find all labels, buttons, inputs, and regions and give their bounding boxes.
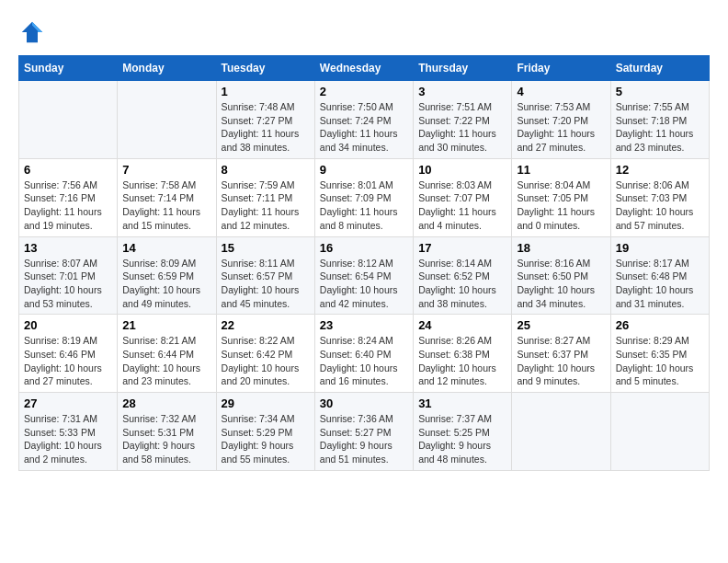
calendar-cell: 6Sunrise: 7:56 AM Sunset: 7:16 PM Daylig… [19,158,118,236]
calendar-cell: 24Sunrise: 8:26 AM Sunset: 6:38 PM Dayli… [414,315,512,393]
page-header [18,18,710,46]
day-number: 25 [517,318,605,332]
logo [18,18,50,46]
calendar-cell: 29Sunrise: 7:34 AM Sunset: 5:29 PM Dayli… [216,393,314,471]
calendar-cell: 26Sunrise: 8:29 AM Sunset: 6:35 PM Dayli… [610,315,709,393]
weekday-header-saturday: Saturday [610,56,709,81]
calendar-week-row: 20Sunrise: 8:19 AM Sunset: 6:46 PM Dayli… [19,315,710,393]
day-number: 6 [24,163,112,177]
day-number: 20 [24,318,112,332]
day-info: Sunrise: 8:19 AM Sunset: 6:46 PM Dayligh… [24,334,112,388]
day-number: 28 [122,396,210,410]
calendar-cell: 10Sunrise: 8:03 AM Sunset: 7:07 PM Dayli… [414,158,512,236]
calendar-cell: 20Sunrise: 8:19 AM Sunset: 6:46 PM Dayli… [19,315,118,393]
day-number: 5 [616,85,704,98]
day-number: 19 [616,241,704,255]
calendar-cell: 31Sunrise: 7:37 AM Sunset: 5:25 PM Dayli… [414,393,512,471]
day-number: 16 [320,241,408,255]
day-info: Sunrise: 8:26 AM Sunset: 6:38 PM Dayligh… [418,334,506,388]
day-number: 18 [517,241,605,255]
day-info: Sunrise: 7:55 AM Sunset: 7:18 PM Dayligh… [616,100,704,155]
day-info: Sunrise: 8:11 AM Sunset: 6:57 PM Dayligh… [222,257,310,311]
day-info: Sunrise: 8:12 AM Sunset: 6:54 PM Dayligh… [320,257,408,311]
day-info: Sunrise: 7:59 AM Sunset: 7:11 PM Dayligh… [222,178,310,233]
day-info: Sunrise: 8:17 AM Sunset: 6:48 PM Dayligh… [616,257,704,311]
calendar-cell: 5Sunrise: 7:55 AM Sunset: 7:18 PM Daylig… [610,81,709,159]
day-number: 17 [418,241,506,255]
calendar-table: SundayMondayTuesdayWednesdayThursdayFrid… [18,55,710,471]
calendar-cell: 25Sunrise: 8:27 AM Sunset: 6:37 PM Dayli… [512,315,610,393]
weekday-header-row: SundayMondayTuesdayWednesdayThursdayFrid… [19,56,710,81]
weekday-header-monday: Monday [118,56,216,81]
calendar-cell: 7Sunrise: 7:58 AM Sunset: 7:14 PM Daylig… [118,158,216,236]
calendar-cell [512,393,610,471]
weekday-header-thursday: Thursday [414,56,512,81]
calendar-cell: 23Sunrise: 8:24 AM Sunset: 6:40 PM Dayli… [314,315,413,393]
calendar-week-row: 1Sunrise: 7:48 AM Sunset: 7:27 PM Daylig… [19,81,710,159]
calendar-cell: 27Sunrise: 7:31 AM Sunset: 5:33 PM Dayli… [19,393,118,471]
day-info: Sunrise: 7:31 AM Sunset: 5:33 PM Dayligh… [24,412,112,466]
calendar-cell [118,81,216,159]
calendar-cell: 8Sunrise: 7:59 AM Sunset: 7:11 PM Daylig… [216,158,314,236]
day-number: 30 [320,396,408,410]
day-info: Sunrise: 8:24 AM Sunset: 6:40 PM Dayligh… [320,334,408,388]
day-number: 12 [616,163,704,177]
day-number: 1 [222,85,310,98]
calendar-body: 1Sunrise: 7:48 AM Sunset: 7:27 PM Daylig… [19,81,710,471]
day-number: 15 [222,241,310,255]
day-number: 8 [222,163,310,177]
calendar-cell: 17Sunrise: 8:14 AM Sunset: 6:52 PM Dayli… [414,236,512,315]
day-info: Sunrise: 8:01 AM Sunset: 7:09 PM Dayligh… [320,178,408,233]
calendar-cell: 22Sunrise: 8:22 AM Sunset: 6:42 PM Dayli… [216,315,314,393]
calendar-cell: 11Sunrise: 8:04 AM Sunset: 7:05 PM Dayli… [512,158,610,236]
calendar-cell: 21Sunrise: 8:21 AM Sunset: 6:44 PM Dayli… [118,315,216,393]
calendar-cell: 30Sunrise: 7:36 AM Sunset: 5:27 PM Dayli… [314,393,413,471]
day-info: Sunrise: 8:29 AM Sunset: 6:35 PM Dayligh… [616,334,704,388]
day-info: Sunrise: 8:21 AM Sunset: 6:44 PM Dayligh… [122,334,210,388]
day-info: Sunrise: 7:48 AM Sunset: 7:27 PM Dayligh… [222,100,310,155]
day-info: Sunrise: 7:51 AM Sunset: 7:22 PM Dayligh… [418,100,506,155]
calendar-cell: 19Sunrise: 8:17 AM Sunset: 6:48 PM Dayli… [610,236,709,315]
day-number: 23 [320,318,408,332]
calendar-cell [19,81,118,159]
calendar-cell: 14Sunrise: 8:09 AM Sunset: 6:59 PM Dayli… [118,236,216,315]
calendar-cell: 3Sunrise: 7:51 AM Sunset: 7:22 PM Daylig… [414,81,512,159]
day-number: 4 [517,85,605,98]
day-number: 31 [418,396,506,410]
day-info: Sunrise: 7:36 AM Sunset: 5:27 PM Dayligh… [320,412,408,466]
day-number: 22 [222,318,310,332]
day-info: Sunrise: 7:56 AM Sunset: 7:16 PM Dayligh… [24,178,112,233]
day-number: 2 [320,85,408,98]
calendar-cell: 15Sunrise: 8:11 AM Sunset: 6:57 PM Dayli… [216,236,314,315]
day-number: 9 [320,163,408,177]
day-number: 29 [222,396,310,410]
calendar-cell: 28Sunrise: 7:32 AM Sunset: 5:31 PM Dayli… [118,393,216,471]
day-number: 3 [418,85,506,98]
day-number: 13 [24,241,112,255]
day-number: 21 [122,318,210,332]
calendar-week-row: 27Sunrise: 7:31 AM Sunset: 5:33 PM Dayli… [19,393,710,471]
day-number: 11 [517,163,605,177]
day-info: Sunrise: 8:09 AM Sunset: 6:59 PM Dayligh… [122,257,210,311]
day-info: Sunrise: 7:32 AM Sunset: 5:31 PM Dayligh… [122,412,210,466]
weekday-header-wednesday: Wednesday [314,56,413,81]
day-number: 7 [122,163,210,177]
weekday-header-sunday: Sunday [19,56,118,81]
logo-icon [18,18,46,46]
day-info: Sunrise: 7:50 AM Sunset: 7:24 PM Dayligh… [320,100,408,155]
calendar-week-row: 13Sunrise: 8:07 AM Sunset: 7:01 PM Dayli… [19,236,710,315]
day-info: Sunrise: 8:04 AM Sunset: 7:05 PM Dayligh… [517,178,605,233]
calendar-cell: 9Sunrise: 8:01 AM Sunset: 7:09 PM Daylig… [314,158,413,236]
day-info: Sunrise: 8:27 AM Sunset: 6:37 PM Dayligh… [517,334,605,388]
calendar-cell: 2Sunrise: 7:50 AM Sunset: 7:24 PM Daylig… [314,81,413,159]
weekday-header-friday: Friday [512,56,610,81]
calendar-cell: 18Sunrise: 8:16 AM Sunset: 6:50 PM Dayli… [512,236,610,315]
day-number: 24 [418,318,506,332]
day-info: Sunrise: 7:58 AM Sunset: 7:14 PM Dayligh… [122,178,210,233]
calendar-cell: 1Sunrise: 7:48 AM Sunset: 7:27 PM Daylig… [216,81,314,159]
calendar-cell: 16Sunrise: 8:12 AM Sunset: 6:54 PM Dayli… [314,236,413,315]
calendar-cell: 4Sunrise: 7:53 AM Sunset: 7:20 PM Daylig… [512,81,610,159]
calendar-header: SundayMondayTuesdayWednesdayThursdayFrid… [19,56,710,81]
day-number: 27 [24,396,112,410]
day-info: Sunrise: 8:03 AM Sunset: 7:07 PM Dayligh… [418,178,506,233]
